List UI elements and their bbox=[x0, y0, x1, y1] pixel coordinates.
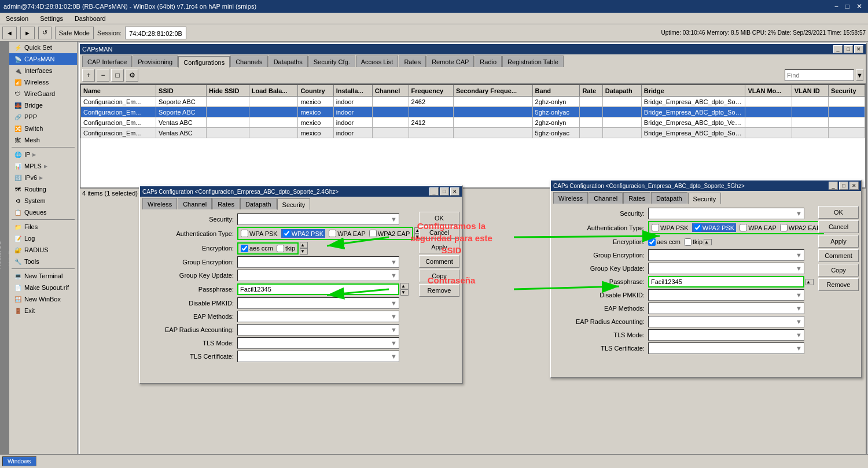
dialog2-ok-btn[interactable]: OK bbox=[818, 206, 859, 219]
sidebar-item-mesh[interactable]: 🕸 Mesh bbox=[9, 134, 77, 146]
d2-wpa2-psk-checkbox[interactable] bbox=[694, 224, 701, 231]
col-security[interactable]: Security bbox=[829, 85, 865, 97]
col-vlan-mode[interactable]: VLAN Mo... bbox=[745, 85, 792, 97]
d2-wpa2-psk-label[interactable]: WPA2 PSK bbox=[692, 223, 736, 232]
table-row[interactable]: Configuracion_Em... Soporte ABC mexico i… bbox=[81, 107, 865, 117]
tls-mode-select[interactable]: ▼ bbox=[237, 337, 399, 349]
d2-passphrase-input[interactable] bbox=[648, 276, 804, 288]
tab-remote-cap[interactable]: Remote CAP bbox=[426, 56, 474, 67]
capsman-close-btn[interactable]: ✕ bbox=[854, 45, 863, 53]
enc-scroll-down[interactable]: ▼ bbox=[300, 248, 308, 255]
d2-enc-up[interactable]: ▲ bbox=[704, 239, 712, 245]
d2-group-encryption-select[interactable]: ▼ bbox=[648, 249, 804, 261]
sidebar-item-capsman[interactable]: 📡 CAPsMAN bbox=[9, 53, 77, 65]
table-row[interactable]: Configuracion_Em... Ventas ABC mexico in… bbox=[81, 117, 865, 128]
d2-aes-ccm-checkbox[interactable] bbox=[648, 238, 656, 246]
dialog2-apply-btn[interactable]: Apply bbox=[818, 235, 859, 248]
remove-button[interactable]: − bbox=[97, 69, 109, 82]
close-button[interactable]: ✕ bbox=[854, 2, 865, 10]
dialog1-minimize-btn[interactable]: _ bbox=[429, 187, 439, 196]
wpa2-eap-checkbox[interactable] bbox=[369, 230, 377, 237]
menu-dashboard[interactable]: Dashboard bbox=[71, 13, 109, 24]
dialog1-tab-wireless[interactable]: Wireless bbox=[142, 198, 177, 209]
col-vlan-id[interactable]: VLAN ID bbox=[792, 85, 828, 97]
dialog2-tab-datapath[interactable]: Datapath bbox=[651, 192, 687, 204]
d2-wpa-eap-label[interactable]: WPA EAP bbox=[740, 224, 777, 231]
d2-tls-mode-select[interactable]: ▼ bbox=[648, 329, 804, 341]
dialog1-copy-btn[interactable]: Copy bbox=[419, 270, 459, 282]
dialog2-maximize-btn[interactable]: □ bbox=[839, 182, 848, 190]
col-hide-ssid[interactable]: Hide SSID bbox=[207, 85, 249, 97]
d2-tkip-checkbox[interactable] bbox=[684, 238, 692, 246]
tab-provisioning[interactable]: Provisioning bbox=[133, 56, 178, 67]
col-load-balance[interactable]: Load Bala... bbox=[249, 85, 298, 97]
sidebar-item-radius[interactable]: 🔐 RADIUS bbox=[9, 244, 77, 256]
d2-eap-radius-select[interactable]: ▼ bbox=[648, 316, 804, 327]
dialog1-remove-btn[interactable]: Remove bbox=[419, 284, 459, 297]
d2-tls-cert-select[interactable]: ▼ bbox=[648, 342, 804, 354]
d2-pass-up[interactable]: ▲ bbox=[806, 279, 814, 285]
maximize-button[interactable]: □ bbox=[843, 2, 852, 10]
sidebar-item-make-supout[interactable]: 📄 Make Supout.rif bbox=[9, 282, 77, 293]
aes-ccm-checkbox[interactable] bbox=[241, 245, 248, 252]
dialog2-tab-channel[interactable]: Channel bbox=[589, 192, 623, 204]
dialog1-maximize-btn[interactable]: □ bbox=[440, 187, 449, 196]
settings-button[interactable]: ⚙ bbox=[126, 69, 138, 82]
d2-wpa2-eap-label[interactable]: WPA2 EAP bbox=[780, 224, 821, 231]
disable-pmkid-select[interactable]: ▼ bbox=[237, 297, 399, 309]
d2-eap-select[interactable]: ▼ bbox=[648, 303, 804, 314]
dialog2-minimize-btn[interactable]: _ bbox=[829, 182, 838, 190]
col-frequency[interactable]: Frequency bbox=[409, 85, 453, 97]
dialog2-remove-btn[interactable]: Remove bbox=[818, 278, 859, 291]
dialog1-tab-rates[interactable]: Rates bbox=[212, 198, 240, 209]
sidebar-item-wireless[interactable]: 📶 Wireless bbox=[9, 76, 77, 88]
sidebar-item-mpls[interactable]: 📊 MPLS ▶ bbox=[9, 160, 77, 172]
sidebar-item-new-winbox[interactable]: 🪟 New WinBox bbox=[9, 293, 77, 305]
dialog2-close-btn[interactable]: ✕ bbox=[849, 182, 859, 190]
security-select[interactable]: ▼ bbox=[237, 213, 399, 225]
d2-tkip-label[interactable]: tkip bbox=[684, 238, 703, 246]
pass-scroll-up[interactable]: ▲ bbox=[400, 283, 409, 289]
dialog1-tab-datapath[interactable]: Datapath bbox=[240, 198, 277, 209]
add-button[interactable]: + bbox=[82, 69, 95, 82]
d2-security-select[interactable]: ▼ bbox=[648, 208, 804, 219]
table-row[interactable]: Configuracion_Em... Soporte ABC mexico i… bbox=[81, 97, 865, 107]
safe-mode-button[interactable]: Safe Mode bbox=[55, 27, 94, 39]
tab-channels[interactable]: Channels bbox=[230, 56, 267, 67]
find-input[interactable] bbox=[785, 69, 854, 81]
sidebar-item-ipv6[interactable]: 🔢 IPv6 ▶ bbox=[9, 172, 77, 183]
capsman-maximize-btn[interactable]: □ bbox=[844, 45, 853, 53]
tab-configurations[interactable]: Configurations bbox=[178, 56, 230, 68]
dialog1-close-btn[interactable]: ✕ bbox=[450, 187, 459, 196]
dialog2-comment-btn[interactable]: Comment bbox=[818, 249, 859, 262]
d2-wpa2-eap-checkbox[interactable] bbox=[780, 224, 788, 231]
group-key-update-select[interactable]: ▼ bbox=[237, 270, 399, 281]
find-dropdown[interactable]: ▼ bbox=[856, 69, 863, 81]
d2-wpa-psk-label[interactable]: WPA PSK bbox=[652, 224, 689, 231]
sidebar-item-wireguard[interactable]: 🛡 WireGuard bbox=[9, 88, 77, 100]
dialog1-tab-security[interactable]: Security bbox=[277, 198, 311, 210]
menu-session[interactable]: Session bbox=[2, 13, 32, 24]
forward-button[interactable]: ► bbox=[20, 27, 35, 39]
wpa2-psk-label[interactable]: WPA2 PSK bbox=[281, 229, 325, 238]
wpa-eap-label[interactable]: WPA EAP bbox=[329, 230, 366, 237]
eap-radius-select[interactable]: ▼ bbox=[237, 324, 399, 336]
sidebar-item-routing[interactable]: 🗺 Routing bbox=[9, 183, 77, 195]
wpa2-psk-checkbox[interactable] bbox=[283, 230, 290, 237]
d2-group-key-select[interactable]: ▼ bbox=[648, 263, 804, 274]
sidebar-item-queues[interactable]: 📋 Queues bbox=[9, 207, 77, 218]
group-encryption-select[interactable]: ▼ bbox=[237, 256, 399, 268]
wpa-psk-label[interactable]: WPA PSK bbox=[241, 230, 278, 237]
dialog1-cancel-btn[interactable]: Cancel bbox=[419, 226, 459, 239]
dialog2-tab-wireless[interactable]: Wireless bbox=[553, 192, 588, 204]
dialog2-tab-security[interactable]: Security bbox=[688, 193, 722, 204]
dialog2-cancel-btn[interactable]: Cancel bbox=[818, 220, 859, 233]
pass-scroll-down[interactable]: ▼ bbox=[400, 289, 409, 296]
col-ssid[interactable]: SSID bbox=[156, 85, 207, 97]
d2-pmkid-select[interactable]: ▼ bbox=[648, 289, 804, 301]
wpa2-eap-label[interactable]: WPA2 EAP bbox=[369, 230, 410, 237]
tab-datapaths[interactable]: Datapaths bbox=[269, 56, 308, 67]
sidebar-item-system[interactable]: ⚙ System bbox=[9, 195, 77, 207]
sidebar-item-bridge[interactable]: 🌉 Bridge bbox=[9, 100, 77, 111]
aes-ccm-label[interactable]: aes ccm bbox=[241, 245, 273, 252]
